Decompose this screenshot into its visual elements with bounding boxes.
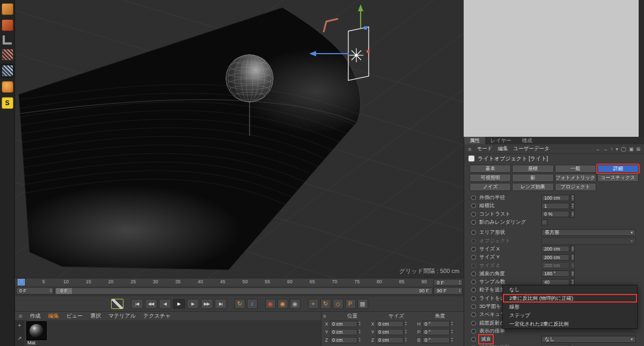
stepper-arrows[interactable]: ▲▼ bbox=[358, 321, 361, 326]
animation-dot[interactable] bbox=[471, 337, 476, 342]
play-button[interactable]: ▶ bbox=[173, 299, 185, 309]
animation-dot[interactable] bbox=[471, 321, 476, 326]
stepper-arrows[interactable]: ▲▼ bbox=[50, 289, 52, 293]
animation-dot[interactable] bbox=[471, 255, 476, 260]
dropdown-option[interactable]: なし bbox=[503, 285, 637, 294]
menu-item-テクスチャ[interactable]: テクスチャ bbox=[143, 312, 171, 320]
position-y-field[interactable]: 0 cm bbox=[330, 329, 357, 335]
select-field[interactable]: なし▾ bbox=[541, 336, 636, 343]
attr-tab-可視照明[interactable]: 可視照明 bbox=[470, 174, 511, 182]
mode-menu-編集[interactable]: 編集 bbox=[497, 145, 508, 152]
rotation-h-field[interactable]: 0 ° bbox=[422, 321, 450, 327]
mode-menu-モード[interactable]: モード bbox=[477, 145, 492, 152]
stepper-arrows[interactable]: ▲▼ bbox=[570, 270, 575, 277]
animation-dot[interactable] bbox=[471, 212, 476, 217]
record-parameter-icon[interactable]: P bbox=[345, 299, 356, 309]
attr-tab-ノイズ[interactable]: ノイズ bbox=[470, 183, 511, 191]
stepper-arrows[interactable]: ▲▼ bbox=[570, 245, 575, 253]
current-frame-field[interactable]: 0 F ▲▼ bbox=[434, 279, 463, 286]
new-panel-icon[interactable]: ⊞ bbox=[636, 146, 640, 152]
stepper-arrows[interactable]: ▲▼ bbox=[570, 202, 575, 210]
animation-dot[interactable] bbox=[471, 271, 476, 276]
menu-item-マテリアル[interactable]: マテリアル bbox=[108, 312, 136, 320]
menu-item-編集[interactable]: 編集 bbox=[48, 312, 58, 320]
number-field[interactable]: 200 cm bbox=[541, 262, 569, 269]
loop-mode-icon[interactable]: ↻ bbox=[235, 299, 245, 309]
stepper-arrows[interactable]: ▲▼ bbox=[405, 337, 407, 342]
panel-tab-レイヤー[interactable]: レイヤー bbox=[485, 137, 517, 144]
attr-tab-コースティクス[interactable]: コースティクス bbox=[597, 174, 639, 182]
mode-menu-ユーザーデータ[interactable]: ユーザーデータ bbox=[513, 145, 549, 152]
record-scale-icon[interactable]: ◇ bbox=[333, 299, 343, 309]
animation-dot[interactable] bbox=[471, 312, 476, 317]
size-z-field[interactable]: 0 cm bbox=[376, 337, 404, 343]
power-slider[interactable]: 0 F 90 F bbox=[55, 288, 433, 295]
number-field[interactable]: 0 % bbox=[541, 211, 569, 217]
stepper-arrows[interactable]: ▲▼ bbox=[451, 337, 453, 342]
animation-dot[interactable] bbox=[471, 296, 476, 301]
dropdown-option[interactable]: 線形 bbox=[503, 303, 637, 311]
number-field[interactable]: 180 ° bbox=[541, 270, 569, 277]
hatch-material-icon[interactable] bbox=[2, 49, 13, 61]
rotation-b-field[interactable]: 0 ° bbox=[422, 337, 450, 343]
coordinates-hamburger-icon[interactable]: ≡ bbox=[323, 313, 331, 319]
stepper-arrows[interactable]: ▲▼ bbox=[451, 329, 453, 334]
attr-tab-プロジェクト[interactable]: プロジェクト bbox=[555, 183, 596, 191]
keyframe-selection-icon[interactable]: ◉ bbox=[290, 299, 301, 309]
primitive-cube-icon[interactable] bbox=[2, 3, 13, 15]
goto-end-button[interactable]: ▶| bbox=[215, 299, 227, 309]
number-field[interactable]: 100 cm bbox=[541, 195, 569, 201]
animation-dot[interactable] bbox=[471, 195, 476, 200]
record-active-objects-icon[interactable]: ◉ bbox=[265, 299, 276, 309]
attr-tab-影[interactable]: 影 bbox=[512, 174, 553, 182]
stepper-arrows[interactable]: ▲▼ bbox=[459, 289, 461, 293]
stepper-arrows[interactable]: ▲▼ bbox=[405, 321, 407, 326]
add-material-icon[interactable]: + bbox=[18, 322, 21, 328]
select-field[interactable]: 長方形▾ bbox=[541, 229, 636, 236]
autokey-icon[interactable]: ◉ bbox=[277, 299, 288, 309]
stepper-arrows[interactable]: ▲▼ bbox=[570, 254, 575, 261]
material-slot[interactable]: Mat bbox=[26, 321, 47, 346]
grid-material-icon[interactable] bbox=[2, 65, 13, 77]
material-name[interactable]: Mat bbox=[26, 340, 47, 346]
select-field[interactable]: ▾ bbox=[541, 238, 636, 245]
animation-dot[interactable] bbox=[471, 329, 476, 334]
link-material-icon[interactable]: ↗ bbox=[17, 335, 21, 341]
checkbox[interactable] bbox=[541, 219, 547, 225]
menu-hamburger-icon[interactable]: ≡ bbox=[19, 313, 22, 319]
stepper-arrows[interactable]: ▲▼ bbox=[358, 337, 361, 342]
attr-tab-座標[interactable]: 座標 bbox=[512, 165, 553, 173]
object-manager-area[interactable] bbox=[464, 0, 644, 137]
dropdown-option[interactable]: 2乗に反比例 (物理的に正確) bbox=[503, 294, 637, 303]
sketch-shader-icon[interactable]: S bbox=[2, 97, 13, 109]
position-z-field[interactable]: 0 cm bbox=[330, 337, 357, 343]
attr-tab-一般[interactable]: 一般 bbox=[555, 165, 596, 173]
stepper-arrows[interactable]: ▲▼ bbox=[451, 321, 453, 326]
position-x-field[interactable]: 0 cm bbox=[330, 321, 357, 327]
lock-icon[interactable]: ▣ bbox=[629, 146, 634, 152]
x-axis-handle[interactable] bbox=[367, 50, 370, 53]
paint-bucket-icon[interactable] bbox=[2, 81, 13, 93]
animation-dot[interactable] bbox=[471, 279, 476, 284]
animation-dot[interactable] bbox=[471, 288, 476, 292]
stepper-arrows[interactable]: ▲▼ bbox=[459, 280, 461, 285]
rotation-p-field[interactable]: 0 ° bbox=[422, 329, 450, 335]
menu-item-選択[interactable]: 選択 bbox=[90, 312, 101, 320]
stepper-arrows[interactable]: ▲▼ bbox=[570, 262, 575, 269]
record-keyframe-button[interactable] bbox=[111, 299, 123, 309]
animation-dot[interactable] bbox=[471, 230, 476, 235]
back-icon[interactable]: ← bbox=[596, 146, 601, 152]
panel-tab-属性[interactable]: 属性 bbox=[464, 137, 485, 144]
attribute-hamburger-icon[interactable]: ≡ bbox=[468, 146, 471, 152]
size-y-field[interactable]: 0 cm bbox=[376, 329, 404, 335]
prev-frame-button[interactable]: ◀ bbox=[159, 299, 171, 309]
material-thumbnail[interactable] bbox=[26, 321, 47, 340]
range-end-field[interactable]: 90 F ▲▼ bbox=[434, 287, 463, 295]
stepper-arrows[interactable]: ▲▼ bbox=[358, 329, 361, 334]
animation-dot[interactable] bbox=[471, 239, 476, 244]
animation-dot[interactable] bbox=[471, 304, 476, 309]
stepper-arrows[interactable]: ▲▼ bbox=[405, 329, 407, 334]
deformer-cube-icon[interactable] bbox=[2, 19, 13, 31]
animation-dot[interactable] bbox=[471, 220, 476, 225]
animation-dot[interactable] bbox=[471, 263, 476, 268]
